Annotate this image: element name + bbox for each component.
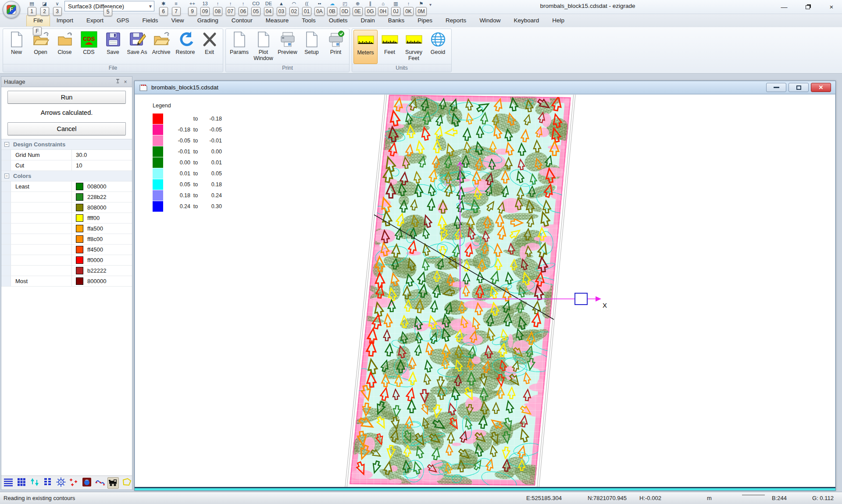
vbars-tool-button[interactable] (42, 477, 53, 489)
dots-qat-button[interactable]: ••0A (313, 0, 326, 16)
tab-keyboard[interactable]: Keyboard (507, 15, 546, 26)
close-button[interactable]: × (825, 2, 838, 11)
check-qat-button[interactable]: ∨3 (51, 0, 64, 16)
color-value[interactable]: ffa500 (71, 224, 132, 234)
numbers-qat-button[interactable]: 1309 (199, 0, 211, 16)
exit-button[interactable]: Exit (197, 30, 221, 64)
doc-restore-button[interactable] (788, 83, 809, 92)
minimize-button[interactable]: — (778, 2, 790, 11)
color-value[interactable]: 808000 (71, 202, 132, 213)
color-value[interactable]: b22222 (71, 266, 132, 276)
tab-view[interactable]: View (165, 15, 191, 26)
add-points-qat-button[interactable]: ++9 (186, 0, 199, 16)
surface-selector-dropdown[interactable]: Surface3 (Difference)▼5 (64, 1, 154, 11)
tab-reports[interactable]: Reports (439, 15, 473, 26)
plot-window-button[interactable]: Plot Window (251, 30, 275, 64)
property-value[interactable]: 30.0 (71, 150, 132, 160)
gear-tool-button[interactable] (55, 477, 66, 489)
geoid-button[interactable]: Geoid (426, 30, 450, 64)
tab-measure[interactable]: Measure (259, 15, 296, 26)
survey-feet-button[interactable]: Survey Feet (402, 30, 426, 64)
hlines-tool-button[interactable] (3, 477, 14, 489)
cloud-qat-button[interactable]: ☁0B (326, 0, 339, 16)
tab-drain[interactable]: Drain (354, 15, 382, 26)
feet-button[interactable]: Feet (378, 30, 402, 64)
save-button[interactable]: Save (101, 30, 125, 64)
hatch-qat-button[interactable]: ∥0G (364, 0, 377, 16)
property-value[interactable]: 10 (71, 160, 132, 170)
tab-file[interactable]: FileF (26, 15, 50, 26)
app-menu-button[interactable]: F (3, 1, 20, 18)
expand-qat-button[interactable]: ◰0D (339, 0, 351, 16)
qat-overflow-icon[interactable]: ▾ (429, 2, 432, 7)
globe-qat-button[interactable]: ⊕0E (351, 0, 364, 16)
arrow-up-qat-button[interactable]: ↑0K (402, 0, 415, 16)
open-folder-qat-button[interactable]: ◪2 (38, 0, 51, 16)
setup-button[interactable]: Setup (300, 30, 324, 64)
level-up-qat-button[interactable]: ↑08 (211, 0, 224, 16)
parens-qat-button[interactable]: ((01 (300, 0, 313, 16)
tab-help[interactable]: Help (546, 15, 571, 26)
profile-tool-button[interactable] (94, 477, 105, 489)
print-button[interactable]: Print (324, 30, 348, 64)
doc-close-button[interactable]: ✕ (811, 83, 831, 92)
tab-window[interactable]: Window (473, 15, 507, 26)
category-colors[interactable]: −Colors (1, 171, 132, 181)
house-qat-button[interactable]: ⌂0H (377, 0, 389, 16)
tab-outlets[interactable]: Outlets (322, 15, 354, 26)
de-qat-button[interactable]: DE04 (262, 0, 275, 16)
color-value[interactable]: 800000 (71, 276, 132, 286)
new-button[interactable]: New (4, 30, 29, 64)
panel-close-icon[interactable]: × (121, 79, 129, 85)
category-design-constraints[interactable]: −Design Constraints (1, 139, 132, 150)
restore-button[interactable]: Restore (173, 30, 197, 64)
archive-button[interactable]: Archive (149, 30, 173, 64)
truck-tool-button[interactable] (107, 477, 119, 489)
tab-contour[interactable]: Contour (225, 15, 259, 26)
pin-icon[interactable] (114, 79, 121, 85)
flag-qat-button[interactable]: ⚑0M (415, 0, 428, 16)
collapse-icon[interactable]: − (4, 142, 9, 147)
params-button[interactable]: Params (227, 30, 251, 64)
antenna-qat-button[interactable]: ◠02 (288, 0, 300, 16)
triangle-qat-button[interactable]: ▲03 (275, 0, 288, 16)
colored-lines-qat-button[interactable]: ≡7 (170, 0, 182, 16)
tab-fields[interactable]: Fields (136, 15, 165, 26)
tab-banks[interactable]: Banks (382, 15, 411, 26)
level-low-qat-button[interactable]: ↑06 (237, 0, 250, 16)
cds-button[interactable]: CDSCDS (77, 30, 101, 64)
chart-qat-button[interactable]: ▥0J (389, 0, 402, 16)
color-value[interactable]: ffff00 (71, 213, 132, 223)
save-as-button[interactable]: Save As (125, 30, 149, 64)
preview-button[interactable]: Preview (275, 30, 300, 64)
tab-grading[interactable]: Grading (191, 15, 225, 26)
color-value[interactable]: ff8c00 (71, 234, 132, 244)
meters-button[interactable]: Meters (353, 30, 378, 64)
doc-minimize-button[interactable] (766, 83, 786, 92)
pen-star-qat-button[interactable]: ✱6 (157, 0, 170, 16)
cancel-button[interactable]: Cancel (7, 122, 126, 135)
color-value[interactable]: ff4500 (71, 245, 132, 255)
color-value[interactable]: 008000 (71, 181, 132, 192)
new-page-qat-button[interactable]: ▤1 (25, 0, 38, 16)
level-mid-qat-button[interactable]: ↑07 (224, 0, 237, 16)
points-tool-button[interactable] (68, 477, 79, 489)
collapse-icon[interactable]: − (4, 174, 9, 178)
grid-tool-button[interactable] (16, 477, 27, 489)
tab-tools[interactable]: Tools (295, 15, 322, 26)
keytip-F: F (33, 27, 42, 35)
color-value[interactable]: ff0000 (71, 255, 132, 265)
close-button[interactable]: Close (53, 30, 77, 64)
polygon-tool-button[interactable] (121, 477, 132, 489)
restore-button[interactable] (802, 2, 814, 11)
tab-gps[interactable]: GPS (110, 15, 136, 26)
color-value[interactable]: 228b22 (71, 192, 132, 202)
tab-pipes[interactable]: Pipes (411, 15, 439, 26)
camera-tool-button[interactable] (82, 477, 93, 489)
updown-arrows-tool-button[interactable] (29, 477, 40, 489)
tab-import[interactable]: Import (50, 15, 80, 26)
co-qat-button[interactable]: CO05 (250, 0, 262, 16)
map-canvas[interactable]: Legend to-0.18-0.18to-0.05-0.05to-0.01-0… (135, 95, 835, 487)
tab-export[interactable]: Export (80, 15, 110, 26)
run-button[interactable]: Run (7, 91, 126, 104)
